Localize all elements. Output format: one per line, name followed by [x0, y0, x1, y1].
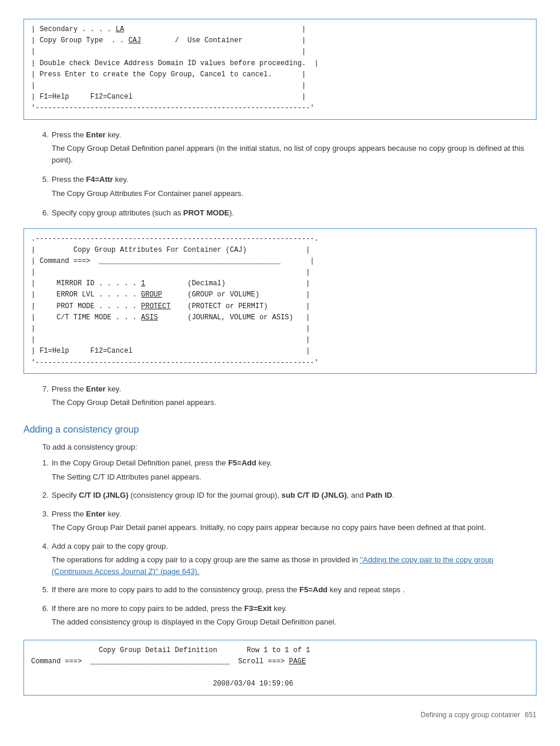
consistency-steps: 1. In the Copy Group Detail Definition p…: [23, 457, 537, 630]
terminal-content-2: .---------------------------------------…: [31, 234, 529, 369]
cs4-content: Add a copy pair to the copy group. The o…: [52, 541, 537, 580]
terminal-box-3: Copy Group Detail Definition Row 1 to 1 …: [23, 640, 537, 696]
cs2-content: Specify C/T ID (JNLG) (consistency group…: [52, 490, 537, 504]
footer-text: Defining a copy group container: [421, 710, 520, 720]
intro-text: To add a consistency group:: [23, 441, 537, 453]
cs5-bold: F5=Add: [299, 585, 328, 594]
step-6-num: 6.: [23, 207, 52, 219]
step-5-content: Press the F4=Attr key. The Copy Group At…: [52, 174, 537, 201]
consistency-step-4: 4. Add a copy pair to the copy group. Th…: [23, 541, 537, 580]
consistency-step-1: 1. In the Copy Group Detail Definition p…: [23, 457, 537, 485]
cs6-bold: F3=Exit: [244, 604, 272, 613]
terminal-box-2: .---------------------------------------…: [23, 228, 537, 374]
cs5-num: 5.: [23, 584, 52, 596]
cs5-content: If there are more to copy pairs to add t…: [52, 584, 537, 598]
step-7-num: 7.: [23, 383, 52, 395]
cs2-bold1: C/T ID (JNLG): [79, 491, 129, 499]
step-5-bold: F4=Attr: [86, 175, 113, 184]
cs1-num: 1.: [23, 457, 52, 469]
cs4-link[interactable]: "Adding the copy pair to the copy group …: [52, 555, 494, 576]
step-7-bold: Enter: [86, 384, 106, 393]
cs2-num: 2.: [23, 490, 52, 501]
cs6-content: If there are no more to copy pairs to be…: [52, 603, 537, 630]
cs6-num: 6.: [23, 603, 52, 615]
page-footer: Defining a copy group container 651: [23, 710, 537, 720]
consistency-step-3: 3. Press the Enter key. The Copy Group P…: [23, 508, 537, 536]
cs3-bold: Enter: [86, 509, 106, 518]
consistency-step-5: 5. If there are more to copy pairs to ad…: [23, 584, 537, 598]
step-7-content: Press the Enter key. The Copy Group Deta…: [52, 383, 537, 411]
cs2-bold3: Path ID: [366, 491, 392, 499]
step-4-content: Press the Enter key. The Copy Group Deta…: [52, 129, 537, 168]
cs1-content: In the Copy Group Detail Definition pane…: [52, 457, 537, 485]
section-heading: Adding a consistency group: [23, 423, 537, 437]
step-6: 6. Specify copy group attributes (such a…: [23, 207, 537, 221]
step-6-bold: PROT MODE: [183, 208, 230, 217]
terminal-content-1: | Secondary . . . . LA | | Copy Group Ty…: [31, 24, 529, 114]
cs1-bold: F5=Add: [228, 458, 257, 467]
step-5-num: 5.: [23, 174, 52, 185]
step-6-content: Specify copy group attributes (such as P…: [52, 207, 537, 221]
steps-before-heading: 4. Press the Enter key. The Copy Group D…: [23, 129, 537, 221]
step-7: 7. Press the Enter key. The Copy Group D…: [23, 383, 537, 411]
step-5: 5. Press the F4=Attr key. The Copy Group…: [23, 174, 537, 201]
step-4-num: 4.: [23, 129, 52, 141]
footer-page: 651: [525, 710, 537, 720]
step-4-bold: Enter: [86, 130, 106, 139]
cs3-content: Press the Enter key. The Copy Group Pair…: [52, 508, 537, 536]
cs4-num: 4.: [23, 541, 52, 552]
terminal-content-3: Copy Group Detail Definition Row 1 to 1 …: [31, 645, 529, 690]
consistency-step-6: 6. If there are no more to copy pairs to…: [23, 603, 537, 630]
cs3-num: 3.: [23, 508, 52, 520]
step-4: 4. Press the Enter key. The Copy Group D…: [23, 129, 537, 168]
cs2-bold2: sub C/T ID (JNLG): [282, 491, 347, 499]
consistency-step-2: 2. Specify C/T ID (JNLG) (consistency gr…: [23, 490, 537, 504]
terminal-box-1: | Secondary . . . . LA | | Copy Group Ty…: [23, 19, 537, 120]
